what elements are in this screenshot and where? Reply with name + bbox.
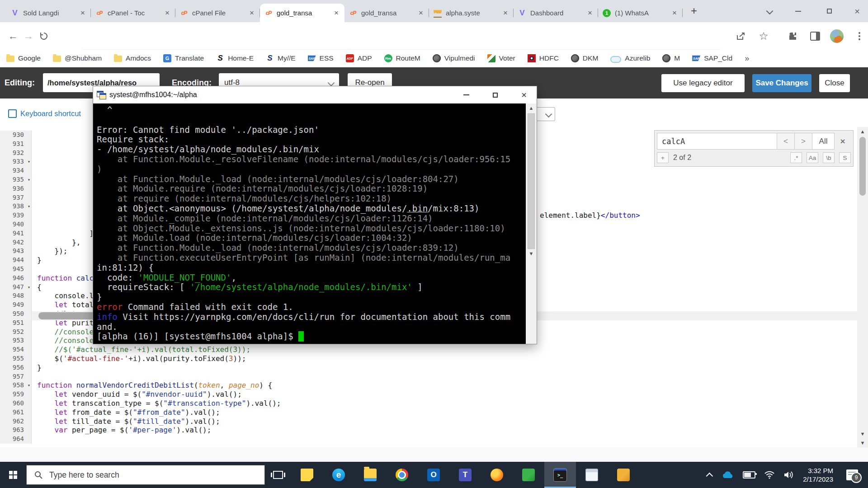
scroll-up-arrow[interactable]: ▲	[860, 127, 865, 136]
volume-icon[interactable]	[783, 471, 794, 479]
bookmark-item[interactable]: Vipulmedi	[433, 54, 475, 62]
find-previous-button[interactable]: <	[777, 133, 795, 150]
terminal-scroll-thumb[interactable]	[528, 113, 535, 249]
fold-arrow-icon[interactable]: ▾	[28, 283, 30, 292]
bookmark-item[interactable]: @Shubham	[53, 54, 102, 62]
task-view-button[interactable]	[265, 462, 291, 488]
find-close-button[interactable]: ×	[835, 133, 851, 150]
case-toggle[interactable]: Aa	[807, 152, 818, 163]
back-button[interactable]: ←	[5, 28, 21, 44]
bookmark-item[interactable]: SAPESS	[308, 54, 334, 62]
fold-arrow-icon[interactable]: ▾	[28, 202, 30, 211]
whole-word-toggle[interactable]: \b	[823, 152, 835, 163]
new-tab-button[interactable]: +	[691, 5, 697, 16]
keyboard-shortcuts-link[interactable]: Keyboard shortcut	[8, 109, 92, 118]
browser-tab[interactable]: cPcPanel File×	[175, 4, 260, 22]
share-button[interactable]	[733, 28, 749, 44]
browser-tab[interactable]: 1(1) WhatsA×	[598, 4, 683, 22]
bookmark-item[interactable]: RmRouteM	[384, 54, 420, 62]
terminal-scroll-up[interactable]: ▲	[529, 103, 534, 113]
bookmarks-overflow-chevron[interactable]: »	[745, 54, 749, 63]
taskbar-app-sticky-notes[interactable]	[291, 462, 323, 488]
browser-tab[interactable]: cPgold_transa×	[260, 4, 344, 22]
window-close-button[interactable]: ×	[854, 0, 860, 22]
bookmark-item[interactable]: SAPSAP_Cld	[692, 54, 732, 62]
window-maximize-button[interactable]	[827, 0, 832, 22]
taskbar-app-teams[interactable]: T	[449, 462, 481, 488]
extensions-button[interactable]	[785, 28, 800, 44]
forward-button[interactable]: →	[21, 28, 36, 44]
window-minimize-button[interactable]	[795, 0, 801, 22]
close-editor-button[interactable]: Close	[819, 74, 850, 92]
tab-close-icon[interactable]: ×	[502, 9, 509, 17]
reload-button[interactable]	[36, 28, 52, 44]
browser-tab[interactable]: VSold Langdi×	[6, 4, 91, 22]
tab-close-icon[interactable]: ×	[417, 9, 425, 17]
terminal-maximize-button[interactable]	[482, 86, 508, 103]
regex-toggle[interactable]: .*	[790, 152, 802, 163]
save-changes-button[interactable]: Save Changes	[752, 74, 811, 92]
side-panel-button[interactable]	[807, 28, 823, 44]
terminal-close-button[interactable]: ×	[511, 86, 537, 103]
taskbar-app-file-explorer[interactable]	[354, 462, 386, 488]
browser-menu-button[interactable]	[852, 28, 867, 44]
bookmark-item[interactable]: ADPADP	[346, 54, 372, 62]
taskbar-app-chrome-browser[interactable]	[386, 462, 418, 488]
bookmark-item[interactable]: Voter	[487, 54, 515, 62]
browser-tab[interactable]: cPgold_transa×	[344, 4, 429, 22]
legacy-editor-button[interactable]: Use legacy editor	[661, 74, 745, 92]
browser-tab[interactable]: VDashboard×	[514, 4, 598, 22]
taskbar-app-firefox-browser[interactable]	[481, 462, 513, 488]
notification-center-button[interactable]: 9	[846, 469, 858, 480]
scroll-down-arrow[interactable]: ▼	[860, 429, 865, 438]
bookmark-item[interactable]: DKM	[571, 54, 598, 62]
taskbar-app-edge-browser[interactable]: e	[323, 462, 354, 488]
start-button[interactable]	[0, 462, 26, 488]
fold-arrow-icon[interactable]: ▾	[28, 175, 30, 184]
tab-close-icon[interactable]: ×	[79, 9, 86, 17]
selection-toggle[interactable]: S	[839, 152, 851, 163]
scroll-down-arrow-2[interactable]: ▼	[860, 438, 865, 447]
tab-close-icon[interactable]: ×	[586, 9, 594, 17]
fold-arrow-icon[interactable]: ▾	[28, 381, 30, 390]
find-all-button[interactable]: All	[812, 133, 835, 150]
profile-avatar[interactable]	[829, 28, 844, 44]
browser-tab[interactable]: cPcPanel - Toc×	[91, 4, 175, 22]
terminal-scrollbar[interactable]: ▲ ▼	[526, 103, 537, 344]
bookmark-item[interactable]: M	[662, 54, 680, 62]
taskbar-search-box[interactable]: Type here to search	[26, 465, 265, 485]
tab-close-icon[interactable]: ×	[333, 9, 340, 17]
editor-vertical-scrollbar[interactable]: ▲ ▼ ▼	[857, 127, 868, 447]
bookmark-item[interactable]: Azurelib	[610, 54, 650, 63]
taskbar-app-orange-app[interactable]	[608, 462, 639, 488]
tab-close-icon[interactable]: ×	[671, 9, 678, 17]
bookmark-item[interactable]: Amdocs	[114, 54, 151, 62]
bookmark-item[interactable]: GTranslate	[163, 54, 204, 62]
taskbar-clock[interactable]: 3:32 PM 2/17/2023	[803, 466, 833, 483]
bookmark-item[interactable]: SHome-E	[216, 54, 254, 62]
bookmark-item[interactable]: SMy//E	[266, 54, 296, 62]
onedrive-icon[interactable]	[722, 471, 734, 479]
battery-icon[interactable]	[743, 471, 755, 479]
tab-search-button[interactable]	[767, 0, 772, 22]
taskbar-app-putty-terminal[interactable]: >_	[544, 462, 576, 488]
add-search-button[interactable]: +	[657, 152, 669, 163]
search-input[interactable]	[657, 133, 777, 150]
terminal-minimize-button[interactable]	[453, 86, 479, 103]
bookmark-star-button[interactable]: ☆	[756, 28, 771, 44]
vscroll-thumb[interactable]	[859, 137, 866, 196]
taskbar-app-calculator[interactable]	[576, 462, 608, 488]
bookmark-item[interactable]: Google	[6, 54, 41, 62]
taskbar-app-outlook[interactable]: O	[418, 462, 449, 488]
find-next-button[interactable]: >	[794, 133, 812, 150]
tray-overflow-chevron-icon[interactable]	[706, 472, 713, 479]
terminal-title-bar[interactable]: systest@mfhs1004:~/alpha ×	[93, 86, 537, 103]
taskbar-app-green-app[interactable]	[513, 462, 544, 488]
wifi-icon[interactable]	[764, 471, 775, 479]
fold-arrow-icon[interactable]: ▾	[28, 157, 30, 166]
bookmark-item[interactable]: HDFC	[528, 54, 559, 62]
tab-close-icon[interactable]: ×	[164, 9, 171, 17]
putty-terminal-window[interactable]: systest@mfhs1004:~/alpha × ^ Error: Cann…	[93, 86, 537, 344]
browser-tab[interactable]: PMAalpha.syste×	[429, 4, 514, 22]
tab-close-icon[interactable]: ×	[248, 9, 255, 17]
